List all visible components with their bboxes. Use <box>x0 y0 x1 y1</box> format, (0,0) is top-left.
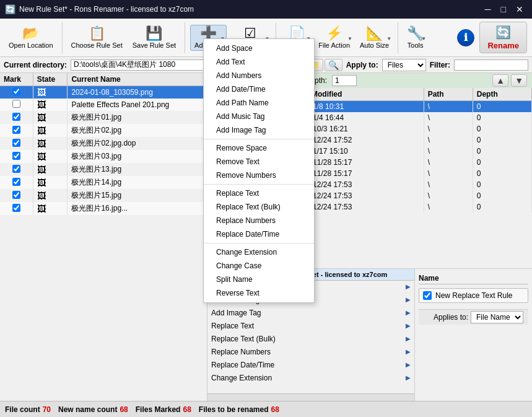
nav-refresh-button[interactable]: 🔍 <box>325 59 342 71</box>
right-table-cell-path: \ <box>424 190 473 201</box>
applies-bottom-area: Applies to: File Name Extension Both <box>419 303 528 325</box>
rule-list-item[interactable]: Replace Numbers▶ <box>207 346 414 359</box>
file-mark-checkbox[interactable] <box>12 87 20 95</box>
menu-item[interactable]: Reverse Text <box>204 286 314 300</box>
applies-to-label: Applies to: <box>434 313 468 322</box>
include-subdirs-down-button[interactable]: ▼ <box>511 74 527 87</box>
include-subdirs-up-button[interactable]: ▲ <box>492 74 508 87</box>
menu-item[interactable]: Remove Numbers <box>204 169 314 182</box>
menu-item[interactable]: Add Music Tag <box>204 110 314 123</box>
rule-list-item[interactable]: Replace Text (Bulk)▶ <box>207 333 414 346</box>
close-button[interactable]: ✕ <box>512 4 527 15</box>
right-table-cell-path: \ <box>424 112 473 123</box>
right-table-cell-path: \ <box>424 201 473 213</box>
right-table-cell-depth: 0 <box>473 101 531 113</box>
menu-item[interactable]: Remove Space <box>204 141 314 155</box>
active-rule-checkbox[interactable] <box>423 291 432 300</box>
file-table-row[interactable]: 🖼Palette Effects Panel 201.png <box>0 99 207 111</box>
depth-input[interactable] <box>332 75 357 86</box>
filter-input[interactable] <box>454 59 528 71</box>
menu-item[interactable]: Add Date/Time <box>204 82 314 96</box>
maximize-button[interactable]: □ <box>497 4 510 15</box>
tools-button[interactable]: 🔧 Tools ▼ <box>403 25 427 50</box>
minimize-button[interactable]: ─ <box>481 4 495 15</box>
file-table-row[interactable]: 🖼极光图片13.jpg <box>0 163 207 176</box>
rule-list-item[interactable]: Replace Date/Time▶ <box>207 359 414 372</box>
menu-item[interactable]: Replace Numbers <box>204 214 314 227</box>
file-list-scroll[interactable]: Mark State Current Name 🖼2024-01-08_1030… <box>0 73 207 401</box>
rules-scrollbar-h[interactable] <box>207 393 414 401</box>
file-mark-cell <box>0 163 33 176</box>
menu-item[interactable]: Add Path Name <box>204 96 314 110</box>
add-rule-dropdown-menu: Add SpaceAdd TextAdd NumbersAdd Date/Tim… <box>203 38 315 303</box>
file-mark-checkbox[interactable] <box>12 178 20 186</box>
files-marked-item: Files Marked 68 <box>136 405 191 414</box>
right-table-cell-depth: 0 <box>473 146 531 157</box>
filter-label: Filter: <box>430 61 450 69</box>
menu-item[interactable]: Add Image Tag <box>204 123 314 137</box>
col-current-name: Current Name <box>68 73 207 86</box>
file-state-cell: 🖼 <box>33 86 68 99</box>
right-table-cell-path: \ <box>424 101 473 113</box>
menu-item[interactable]: Replace Date/Time <box>204 227 314 241</box>
choose-rule-set-button[interactable]: 📋 Choose Rule Set <box>68 25 126 50</box>
open-location-button[interactable]: 📂 Open Location <box>5 25 57 50</box>
menu-item[interactable]: Add Numbers <box>204 69 314 82</box>
apply-to-select[interactable]: Files Folders Both <box>382 59 426 71</box>
menu-separator <box>204 139 314 139</box>
file-table-row[interactable]: 🖼极光图片03.jpg <box>0 150 207 163</box>
right-table-cell-path: \ <box>424 157 473 168</box>
menu-item[interactable]: Remove Text <box>204 155 314 169</box>
file-mark-checkbox[interactable] <box>12 139 20 147</box>
menu-item[interactable]: Change Extension <box>204 245 314 259</box>
file-table-row[interactable]: 🖼极光图片15.jpg <box>0 189 207 202</box>
file-table-row[interactable]: 🖼2024-01-08_103059.png <box>0 86 207 99</box>
file-name-cell: 极光图片03.jpg <box>68 150 207 163</box>
tools-dropdown-arrow: ▼ <box>421 36 426 42</box>
save-rule-set-button[interactable]: 💾 Save Rule Set <box>129 25 180 50</box>
file-table-row[interactable]: 🖼极光图片16.jpg... <box>0 202 207 215</box>
applies-to-select[interactable]: File Name Extension Both <box>471 311 523 323</box>
rename-button[interactable]: 🔄 Rename <box>479 22 527 53</box>
file-mark-checkbox[interactable] <box>12 113 20 121</box>
file-mark-checkbox[interactable] <box>12 191 20 199</box>
new-name-count-item: New name count 68 <box>58 405 128 414</box>
file-mark-checkbox[interactable] <box>12 126 20 134</box>
menu-item[interactable]: Change Case <box>204 259 314 273</box>
rename-label: Rename <box>487 41 519 50</box>
menu-item[interactable]: Replace Text <box>204 187 314 200</box>
file-count-label: File count <box>5 405 40 414</box>
rule-list-item[interactable]: Change Extension▶ <box>207 372 414 385</box>
file-table-row[interactable]: 🖼极光图片02.jpg <box>0 124 207 137</box>
file-name-cell: 极光图片16.jpg... <box>68 202 207 215</box>
file-table-row[interactable]: 🖼极光图片01.jpg <box>0 111 207 124</box>
file-state-icon: 🖼 <box>37 87 46 97</box>
status-bar: File count 70 New name count 68 Files Ma… <box>0 401 532 417</box>
toolbar-separator-2 <box>185 22 185 53</box>
file-mark-checkbox[interactable] <box>12 165 20 173</box>
save-icon: 💾 <box>146 27 162 40</box>
rule-list-item[interactable]: Replace Text▶ <box>207 320 414 333</box>
save-rule-set-label: Save Rule Set <box>133 42 176 49</box>
menu-item[interactable]: Add Space <box>204 42 314 55</box>
rule-list-item[interactable]: Add Image Tag▶ <box>207 307 414 320</box>
file-state-icon: 🖼 <box>37 178 46 188</box>
file-mark-checkbox[interactable] <box>12 100 20 108</box>
menu-item[interactable]: Add Text <box>204 55 314 69</box>
info-button[interactable]: ℹ <box>457 29 474 46</box>
file-name-cell: Palette Effects Panel 201.png <box>68 99 207 111</box>
auto-size-button[interactable]: 📐 Auto Size ▼ <box>356 25 393 50</box>
new-name-count-value: 68 <box>120 405 128 414</box>
file-state-cell: 🖼 <box>33 150 68 163</box>
menu-item[interactable]: Replace Text (Bulk) <box>204 200 314 214</box>
right-table-cell-depth: 0 <box>473 112 531 123</box>
menu-item[interactable]: Split Name <box>204 273 314 286</box>
file-mark-checkbox[interactable] <box>12 204 20 212</box>
file-table-row[interactable]: 🖼极光图片02.jpg.dop <box>0 137 207 150</box>
right-table-cell-path: \ <box>424 168 473 179</box>
file-table-row[interactable]: 🖼极光图片14.jpg <box>0 176 207 189</box>
file-action-button[interactable]: ⚡ File Action ▼ <box>315 25 354 50</box>
file-state-icon: 🖼 <box>37 113 46 123</box>
rule-item-arrow: ▶ <box>406 283 411 290</box>
file-mark-checkbox[interactable] <box>12 152 20 160</box>
